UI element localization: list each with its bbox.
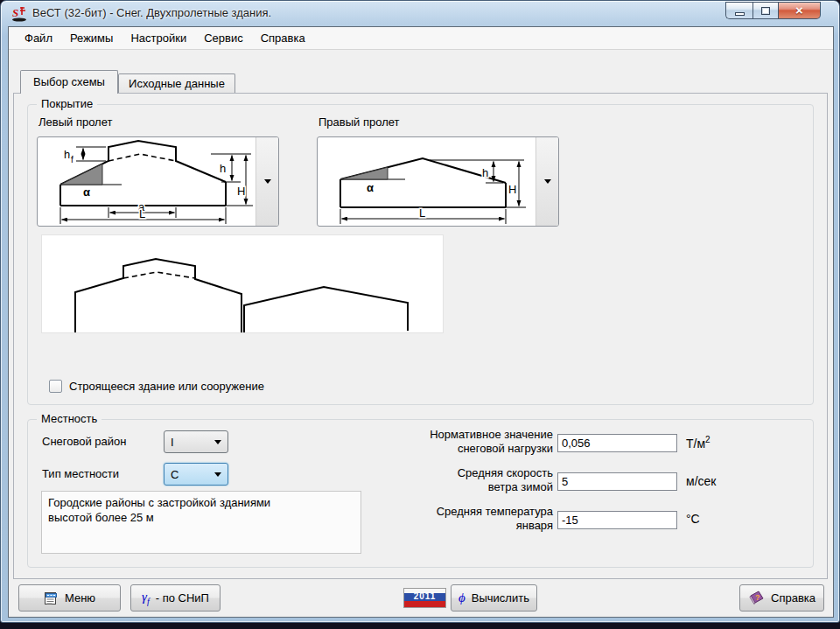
client-area: Файл Режимы Настройки Сервис Справка Выб…: [8, 26, 834, 618]
chevron-down-icon: [264, 179, 271, 184]
left-span-diagram: h f α h H: [38, 137, 256, 226]
restore-button[interactable]: [752, 2, 779, 19]
help-button-label: Справка: [771, 591, 816, 605]
svg-text:α: α: [83, 185, 90, 199]
phi-icon: ϕ: [458, 591, 466, 605]
january-temp-label: Средняя температура января: [368, 505, 553, 533]
scheme-selection-page: Покрытие Левый пролет Правый пролет: [13, 93, 828, 579]
right-span-scheme-selector[interactable]: α h H L: [317, 136, 559, 227]
covering-group-label: Покрытие: [37, 97, 97, 110]
close-icon: ×: [795, 3, 803, 18]
menu-button-label: Меню: [65, 591, 95, 605]
combined-scheme-diagram: [42, 235, 443, 332]
calculate-button-label: Вычислить: [472, 591, 529, 605]
under-construction-row: Строящееся здание или сооружение: [49, 380, 264, 393]
snow-region-label: Снеговой район: [42, 435, 126, 448]
tab-scheme-selection[interactable]: Выбор схемы: [20, 70, 118, 94]
calculate-button[interactable]: ϕ Вычислить: [451, 584, 537, 612]
january-temp-unit: °С: [686, 512, 700, 526]
terrain-type-combobox[interactable]: C: [164, 463, 228, 486]
right-span-label: Правый пролет: [318, 115, 399, 129]
minimize-button[interactable]: [725, 2, 752, 19]
wind-speed-label: Средняя скорость ветра зимой: [368, 466, 553, 494]
svg-text:H: H: [508, 183, 516, 196]
svg-text:h: h: [220, 162, 226, 175]
snow-load-label: Нормативное значение снеговой нагрузки: [368, 428, 553, 456]
window-title: ВеСТ (32-бит) - Снег. Двухпролетные здан…: [32, 1, 271, 25]
svg-text:h: h: [482, 166, 488, 179]
snow-region-value: I: [171, 436, 174, 449]
terrain-description: Городские районы с застройкой зданиями в…: [41, 491, 361, 554]
snow-load-unit: Т/м2: [686, 435, 710, 451]
menu-modes[interactable]: Режимы: [61, 29, 122, 47]
menu-service[interactable]: Сервис: [195, 29, 252, 47]
flag-year: 2011: [404, 591, 445, 601]
snip-button-label: - по СНиП: [156, 591, 209, 605]
menu-help[interactable]: Справка: [252, 29, 314, 47]
under-construction-checkbox[interactable]: [49, 380, 62, 393]
chevron-down-icon: [214, 472, 221, 477]
tab-initial-data[interactable]: Исходные данные: [118, 73, 235, 94]
help-book-icon: ?: [748, 591, 765, 605]
chevron-down-icon: [214, 440, 221, 444]
combined-scheme-preview: [41, 234, 444, 333]
terrain-group-label: Местность: [37, 412, 102, 425]
menu-bar: Файл Режимы Настройки Сервис Справка: [9, 27, 833, 50]
right-span-diagram: α h H L: [318, 137, 536, 226]
minimize-icon: [735, 12, 745, 16]
gamma-snip-button[interactable]: γf - по СНиП: [130, 584, 220, 612]
svg-text:H: H: [237, 185, 245, 198]
app-icon: S: [11, 5, 29, 22]
menu-list-icon: [44, 591, 59, 605]
left-span-scheme-selector[interactable]: h f α h H: [37, 136, 279, 227]
menu-file[interactable]: Файл: [16, 29, 61, 47]
close-button[interactable]: ×: [779, 2, 821, 19]
russia-flag-2011-icon: 2011: [403, 588, 446, 608]
restore-icon: [761, 7, 770, 15]
chevron-down-icon: [544, 179, 551, 184]
svg-text:?: ?: [755, 593, 760, 602]
svg-text:L: L: [419, 206, 425, 220]
snow-load-input[interactable]: [557, 434, 677, 452]
terrain-group: Местность Снеговой район I Тип местности…: [27, 419, 814, 568]
svg-text:α: α: [367, 181, 374, 194]
right-span-scheme-dropdown[interactable]: [536, 137, 558, 226]
under-construction-label: Строящееся здание или сооружение: [69, 380, 264, 393]
terrain-type-value: C: [171, 468, 178, 481]
wind-speed-unit: м/сек: [686, 474, 716, 488]
window-controls: ×: [725, 2, 821, 19]
help-button[interactable]: ? Справка: [739, 584, 824, 612]
svg-text:S: S: [12, 6, 18, 19]
menu-button[interactable]: Меню: [18, 584, 121, 612]
svg-text:f: f: [71, 155, 74, 164]
january-temp-input[interactable]: [557, 511, 677, 529]
left-span-label: Левый пролет: [38, 115, 112, 129]
app-window: S ВеСТ (32-бит) - Снег. Двухпролетные зд…: [0, 0, 840, 623]
svg-text:h: h: [64, 148, 70, 161]
menu-settings[interactable]: Настройки: [122, 29, 195, 47]
terrain-type-label: Тип местности: [42, 467, 119, 480]
title-bar[interactable]: S ВеСТ (32-бит) - Снег. Двухпролетные зд…: [1, 1, 839, 26]
svg-text:L: L: [139, 207, 145, 220]
gamma-f-icon: γf: [142, 590, 150, 606]
snow-region-combobox[interactable]: I: [164, 430, 228, 453]
covering-group: Покрытие Левый пролет Правый пролет: [27, 104, 814, 405]
left-span-scheme-dropdown[interactable]: [256, 137, 278, 226]
wind-speed-input[interactable]: [557, 472, 677, 491]
